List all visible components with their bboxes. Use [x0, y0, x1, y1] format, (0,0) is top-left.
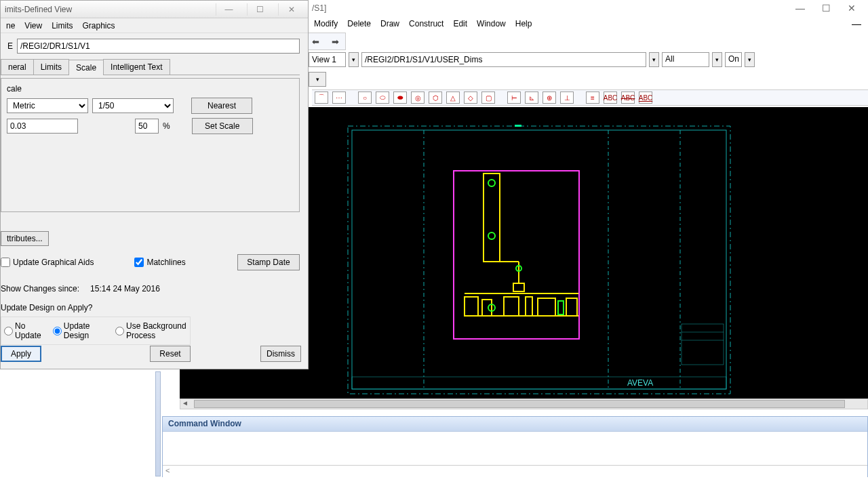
panel-handle[interactable] [155, 371, 161, 476]
matchlines-checkbox[interactable] [134, 258, 144, 267]
menu-construct[interactable]: Construct [409, 19, 443, 28]
minimize-icon[interactable]: — [792, 3, 808, 14]
update-aids-label: Update Graphical Aids [13, 258, 94, 267]
no-update-radio[interactable] [4, 327, 13, 336]
dlg-maximize-icon[interactable]: ☐ [247, 3, 273, 16]
tab-scale[interactable]: Scale [68, 60, 104, 75]
path-input[interactable] [17, 39, 300, 54]
maximize-icon[interactable]: ☐ [818, 3, 834, 14]
dim-angular-icon[interactable]: ⊾ [525, 92, 538, 104]
no-update-label: No Update [15, 321, 50, 340]
filter-dropdown-icon[interactable]: ▾ [712, 52, 722, 67]
oval-icon[interactable]: ⬬ [393, 92, 407, 104]
circle-icon[interactable]: ○ [358, 92, 372, 104]
limits-defined-view-dialog: imits-Defined View — ☐ ✕ ne View Limits … [0, 0, 309, 369]
svg-rect-26 [558, 301, 564, 314]
svg-rect-24 [526, 297, 532, 316]
svg-rect-23 [504, 297, 519, 316]
hexagon-icon[interactable]: ⬡ [429, 92, 442, 104]
view-path-input[interactable] [361, 52, 646, 67]
square-icon[interactable]: ▢ [481, 92, 495, 104]
dim-align-icon[interactable]: ≡ [586, 92, 599, 104]
tool-dropdown-icon[interactable]: ▾ [309, 72, 326, 87]
menu-delete[interactable]: Delete [347, 19, 371, 28]
command-window-title: Command Window [163, 417, 867, 432]
state-value: On [725, 52, 742, 67]
dlg-close-icon[interactable]: ✕ [278, 3, 304, 16]
percent-symbol: % [163, 121, 170, 131]
dlg-menu-view[interactable]: View [24, 21, 42, 30]
dim-linear-icon[interactable]: ⊢ [507, 92, 521, 104]
apply-button[interactable]: Apply [1, 346, 41, 362]
menu-help[interactable]: Help [515, 19, 532, 28]
path-dropdown-icon[interactable]: ▾ [649, 52, 659, 67]
command-input[interactable]: < [163, 466, 867, 478]
scale-label: cale [7, 84, 294, 94]
update-aids-checkbox[interactable] [1, 258, 10, 267]
menu-modify[interactable]: Modify [314, 19, 338, 28]
svg-text:AVEVA: AVEVA [627, 378, 653, 388]
update-design-label: Update Design [64, 321, 113, 340]
svg-rect-0 [348, 126, 730, 394]
main-title: /S1] [312, 3, 326, 13]
ratio-select[interactable]: 1/50 [92, 98, 174, 113]
matchlines-label: Matchlines [146, 258, 185, 267]
diamond-icon[interactable]: ◇ [464, 92, 477, 104]
tab-limits[interactable]: Limits [33, 59, 69, 75]
horizontal-scrollbar[interactable] [180, 399, 868, 409]
svg-point-14 [488, 232, 495, 239]
svg-point-13 [488, 180, 495, 186]
dlg-menu-define[interactable]: ne [6, 21, 15, 30]
text-abc1-icon[interactable]: ABC [604, 92, 617, 104]
stamp-date-button[interactable]: Stamp Date [237, 254, 300, 270]
dismiss-button[interactable]: Dismiss [260, 346, 301, 362]
background-label: Use Background Process [126, 321, 187, 340]
factor-input[interactable] [7, 119, 78, 134]
donut-icon[interactable]: ◎ [411, 92, 425, 104]
state-dropdown-icon[interactable]: ▾ [745, 52, 755, 67]
triangle-icon[interactable]: △ [446, 92, 460, 104]
update-question: Update Design on Apply? [1, 303, 300, 312]
dlg-menu-limits[interactable]: Limits [52, 21, 73, 30]
svg-rect-27 [566, 298, 577, 316]
dlg-menu-graphics[interactable]: Graphics [83, 21, 115, 30]
set-scale-button[interactable]: Set Scale [192, 118, 253, 134]
ellipse-icon[interactable]: ⬭ [376, 92, 389, 104]
tab-intelligent-text[interactable]: Intelligent Text [103, 59, 170, 75]
svg-rect-25 [538, 298, 555, 316]
dim-ordinate-icon[interactable]: ⊥ [560, 92, 574, 104]
percent-input[interactable] [135, 119, 159, 134]
command-window: Command Window < [162, 416, 868, 477]
view-label: View 1 [309, 52, 346, 67]
back-icon[interactable]: ⬅ [312, 37, 319, 47]
dim-radial-icon[interactable]: ⊕ [542, 92, 556, 104]
dlg-minimize-icon[interactable]: — [216, 3, 241, 16]
svg-rect-20 [465, 297, 478, 316]
text-abc3-icon[interactable]: ABC [639, 92, 652, 104]
svg-rect-11 [515, 125, 521, 127]
tab-general[interactable]: neral [1, 59, 34, 75]
changes-label: Show Changes since: [1, 284, 79, 293]
text-abc2-icon[interactable]: ABC [621, 92, 635, 104]
svg-rect-17 [513, 283, 524, 291]
command-output [163, 432, 867, 466]
arc-icon[interactable]: ⌒ [315, 92, 328, 104]
svg-rect-1 [352, 130, 726, 389]
update-design-radio[interactable] [53, 327, 62, 336]
menu-window[interactable]: Window [477, 19, 506, 28]
close-icon[interactable]: ✕ [844, 3, 860, 14]
menu-close-icon[interactable]: — [852, 18, 868, 29]
nearest-button[interactable]: Nearest [191, 98, 252, 114]
forward-icon[interactable]: ➡ [332, 37, 339, 47]
unit-select[interactable]: Metric [7, 98, 88, 113]
dots-icon[interactable]: ⋯ [332, 92, 346, 104]
reset-button[interactable]: Reset [150, 346, 191, 362]
menu-draw[interactable]: Draw [380, 19, 399, 28]
background-radio[interactable] [115, 327, 124, 336]
svg-rect-10 [454, 171, 579, 339]
scroll-thumb[interactable] [194, 400, 845, 408]
svg-rect-7 [682, 324, 724, 365]
attributes-button[interactable]: ttributes... [1, 231, 49, 246]
view-dropdown-icon[interactable]: ▾ [349, 52, 359, 67]
menu-edit[interactable]: Edit [453, 19, 467, 28]
